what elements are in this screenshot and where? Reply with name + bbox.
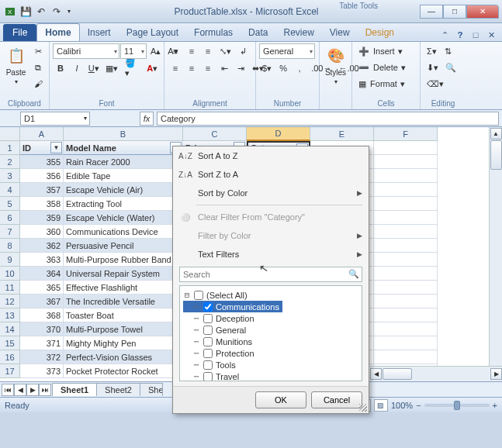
align-top-icon[interactable]: ≡ [168, 43, 183, 59]
table-header-a[interactable]: ID▼ [20, 141, 64, 155]
scroll-right-icon[interactable]: ▶ [490, 368, 502, 380]
qat-dropdown-icon[interactable]: ▾ [65, 5, 73, 19]
table-cell[interactable]: The Incredible Versatile [64, 295, 183, 308]
font-name-combo[interactable]: Calibri [53, 43, 119, 59]
italic-button[interactable]: I [69, 60, 85, 76]
cell[interactable] [374, 211, 438, 225]
row-header-5[interactable]: 5 [0, 197, 20, 211]
table-cell[interactable]: Perfect-Vision Glasses [64, 350, 183, 364]
cell[interactable] [374, 267, 438, 281]
col-header-C[interactable]: C [183, 127, 247, 141]
sheet-nav-next-icon[interactable]: ▶ [26, 384, 39, 396]
filter-item[interactable]: ⋯Communications [183, 301, 282, 312]
zoom-slider-thumb[interactable] [454, 401, 460, 410]
table-cell[interactable]: Mighty Mighty Pen [64, 336, 183, 350]
cell[interactable] [374, 281, 438, 295]
font-color-button[interactable]: A▾ [144, 60, 161, 76]
align-middle-icon[interactable]: ≡ [184, 43, 199, 59]
zoom-level[interactable]: 100% [391, 401, 413, 410]
tab-design[interactable]: Design [358, 24, 402, 41]
table-cell[interactable]: 371 [20, 336, 64, 350]
table-cell[interactable]: 362 [20, 239, 64, 253]
copy-icon[interactable]: ⧉ [30, 60, 46, 75]
table-cell[interactable]: 365 [20, 281, 64, 295]
tab-insert[interactable]: Insert [80, 24, 119, 41]
row-header-8[interactable]: 8 [0, 239, 20, 253]
cut-icon[interactable]: ✂ [30, 43, 46, 59]
align-left-icon[interactable]: ≡ [168, 60, 183, 76]
filter-search-input[interactable] [179, 267, 362, 282]
table-cell[interactable]: 358 [20, 197, 64, 211]
cell[interactable] [374, 169, 438, 183]
formula-input[interactable]: Category [157, 112, 499, 126]
doc-restore-icon[interactable]: □ [469, 29, 482, 41]
tab-view[interactable]: View [322, 24, 358, 41]
fill-icon[interactable]: ⬇▾ [424, 60, 441, 75]
table-cell[interactable]: 373 [20, 364, 64, 378]
filter-dropdown-icon[interactable]: ▼ [50, 142, 62, 153]
comma-format-icon[interactable]: , [292, 60, 307, 76]
bold-button[interactable]: B [53, 60, 68, 76]
fx-button[interactable]: fx [140, 112, 154, 126]
table-header-b[interactable]: Model Name▼ [64, 141, 183, 155]
table-cell[interactable]: Escape Vehicle (Water) [64, 211, 183, 225]
table-cell[interactable]: Persuasive Pencil [64, 239, 183, 253]
row-header-6[interactable]: 6 [0, 211, 20, 225]
excel-icon[interactable]: X [3, 5, 17, 19]
tab-data[interactable]: Data [241, 24, 275, 41]
row-header-10[interactable]: 10 [0, 267, 20, 281]
percent-format-icon[interactable]: % [275, 60, 291, 76]
align-bottom-icon[interactable]: ≡ [200, 43, 216, 59]
table-cell[interactable]: Edible Tape [64, 169, 183, 183]
vertical-scrollbar[interactable]: ▲ ▼ [489, 127, 502, 381]
sheet-nav-prev-icon[interactable]: ◀ [14, 384, 26, 396]
table-cell[interactable]: 355 [20, 155, 64, 169]
cancel-button[interactable]: Cancel [311, 391, 362, 408]
styles-button[interactable]: 🎨 Styles ▾ [323, 43, 348, 87]
filter-item[interactable]: ⋯Deception [183, 312, 358, 324]
redo-icon[interactable]: ↷ [50, 5, 64, 19]
filter-item[interactable]: ⋯General [183, 324, 358, 336]
row-header-2[interactable]: 2 [0, 155, 20, 169]
table-cell[interactable]: 367 [20, 295, 64, 308]
tab-file[interactable]: File [3, 24, 36, 41]
tab-review[interactable]: Review [275, 24, 321, 41]
zoom-in-button[interactable]: + [493, 401, 497, 410]
row-header-16[interactable]: 16 [0, 350, 20, 364]
fill-color-button[interactable]: 🪣▾ [122, 60, 143, 76]
row-header-4[interactable]: 4 [0, 183, 20, 197]
table-cell[interactable]: Effective Flashlight [64, 281, 183, 295]
row-header-1[interactable]: 1 [0, 141, 20, 155]
table-cell[interactable]: 372 [20, 350, 64, 364]
table-cell[interactable]: 368 [20, 308, 64, 322]
text-filters-item[interactable]: Text Filters▶ [173, 245, 369, 264]
sheet-nav-last-icon[interactable]: ⏭ [39, 384, 51, 396]
number-format-combo[interactable]: General [259, 43, 315, 59]
filter-item[interactable]: ⋯Munitions [183, 336, 358, 347]
align-right-icon[interactable]: ≡ [200, 60, 216, 76]
tab-formulas[interactable]: Formulas [186, 24, 241, 41]
minimize-ribbon-icon[interactable]: ⌃ [438, 29, 451, 41]
row-header-7[interactable]: 7 [0, 225, 20, 239]
zoom-slider[interactable] [424, 404, 490, 407]
scroll-up-icon[interactable]: ▲ [490, 128, 502, 140]
resize-grip-icon[interactable] [359, 404, 367, 412]
scroll-left-icon[interactable]: ◀ [370, 368, 382, 380]
table-cell[interactable]: Pocket Protector Rocket [64, 364, 183, 378]
table-cell[interactable]: Escape Vehicle (Air) [64, 183, 183, 197]
col-header-B[interactable]: B [64, 127, 183, 141]
ok-button[interactable]: OK [255, 391, 306, 408]
increase-indent-icon[interactable]: ⇥ [233, 60, 248, 76]
col-header-F[interactable]: F [374, 127, 438, 141]
filter-tree[interactable]: ⊟(Select All) ⋯Communications⋯Deception⋯… [179, 285, 362, 381]
format-cells-button[interactable]: ▦ Format ▾ [355, 76, 419, 91]
table-cell[interactable]: 359 [20, 211, 64, 225]
vertical-scroll-thumb[interactable] [490, 140, 502, 170]
filter-item[interactable]: ⋯Tools [183, 359, 358, 370]
table-cell[interactable]: Multi-Purpose Towel [64, 322, 183, 336]
sort-filter-icon[interactable]: ⇅ [441, 43, 456, 59]
cell[interactable] [374, 322, 438, 336]
col-header-E[interactable]: E [310, 127, 374, 141]
sort-az-item[interactable]: A↓ZSort A to Z [173, 146, 369, 165]
row-header-15[interactable]: 15 [0, 336, 20, 350]
